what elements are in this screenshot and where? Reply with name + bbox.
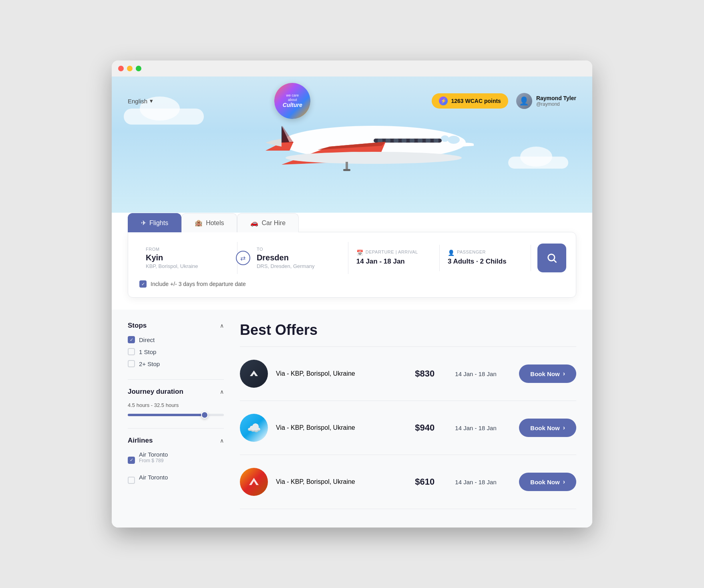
avatar: 👤 [516,93,532,109]
svg-point-2 [441,135,449,142]
duration-slider-thumb[interactable] [201,411,208,419]
language-selector[interactable]: English ▾ [128,97,153,105]
user-details: Raymond Tyler @raymond [536,95,576,107]
stops-filter-header[interactable]: Stops ∧ [128,322,224,330]
arrow-icon-2: › [563,424,565,431]
language-chevron-icon: ▾ [150,97,153,105]
date-field[interactable]: 📅 DEPARTURE | ARRIVAL 14 Jan - 18 Jan [348,245,440,271]
direct-option[interactable]: Direct [128,336,224,343]
to-field[interactable]: TO Dresden DRS, Dresden, Germany [249,242,348,274]
airline-2-info: Air Toronto [139,474,168,481]
duration-slider-fill [128,414,205,416]
desert-logo-3 [240,468,268,496]
passenger-field[interactable]: 👤 PASSENGER 3 Adults · 2 Childs [440,245,531,271]
result-divider-1 [240,401,576,401]
search-fields: FROM Kyin KBP, Borispol, Ukraine ⇄ TO Dr… [138,242,566,274]
stops-title: Stops [128,322,147,330]
minimize-dot[interactable] [127,66,133,71]
from-field[interactable]: FROM Kyin KBP, Borispol, Ukraine [138,242,237,274]
one-stop-checkbox[interactable] [128,348,135,355]
search-button[interactable] [537,244,566,272]
sky-logo-2: ☁️ [240,414,268,442]
calendar-icon: 📅 [356,250,363,256]
header-actions: ⚡ 1263 WCAC points 👤 Raymond Tyler @raym… [432,93,576,109]
date-range-checkbox[interactable]: ✓ [139,280,147,288]
search-section: ✈ Flights 🏨 Hotels 🚗 Car Hire FROM Kyin … [112,213,592,310]
svg-rect-15 [346,162,348,170]
duration-range: 4.5 hours - 32.5 hours [128,402,224,408]
title-bar [112,60,592,77]
book-button-1[interactable]: Book Now › [519,364,576,383]
logo-line3: Culture [283,102,302,109]
flight-logo-1 [240,360,268,388]
results-title: Best Offers [240,322,576,338]
car-hire-tab-label: Car Hire [261,219,286,227]
close-dot[interactable] [118,66,124,71]
tab-hotels[interactable]: 🏨 Hotels [181,213,237,232]
result-divider-3 [240,509,576,509]
airline-1-option[interactable]: Air Toronto From $ 789 [128,451,224,469]
maximize-dot[interactable] [136,66,141,71]
flights-icon: ✈ [141,219,146,227]
points-badge[interactable]: ⚡ 1263 WCAC points [432,93,508,109]
two-plus-stop-checkbox[interactable] [128,360,135,367]
two-plus-stop-option[interactable]: 2+ Stop [128,360,224,367]
airline-1-info: Air Toronto From $ 789 [139,451,168,463]
result-divider-top [240,346,576,347]
duration-chevron-icon: ∧ [220,389,224,395]
flight-via-text-3: Via - KBP, Borispol, Ukraine [276,478,355,485]
one-stop-option[interactable]: 1 Stop [128,348,224,355]
book-button-2[interactable]: Book Now › [519,419,576,437]
tab-car-hire[interactable]: 🚗 Car Hire [237,213,299,232]
tab-flights[interactable]: ✈ Flights [128,213,181,232]
flight-card-3: Via - KBP, Borispol, Ukraine $610 14 Jan… [240,461,576,502]
flights-tab-label: Flights [149,219,168,227]
airlines-filter: Airlines ∧ Air Toronto From $ 789 Air To… [128,437,224,486]
to-sub: DRS, Dresden, Germany [257,263,340,269]
book-button-3[interactable]: Book Now › [519,473,576,491]
stops-filter: Stops ∧ Direct 1 Stop 2+ Stop [128,322,224,367]
flight-dates-2: 14 Jan - 18 Jan [455,425,511,431]
checkbox-label: Include +/- 3 days from departure date [151,281,246,287]
site-logo[interactable]: we care about Culture [274,83,310,119]
flight-via-2: Via - KBP, Borispol, Ukraine [276,424,407,431]
direct-checkbox[interactable] [128,336,135,343]
filter-divider-1 [128,379,224,380]
svg-point-14 [286,152,462,164]
search-tabs: ✈ Flights 🏨 Hotels 🚗 Car Hire [128,213,576,232]
airline-2-checkbox[interactable] [128,477,135,484]
duration-filter-header[interactable]: Journey duration ∧ [128,388,224,396]
flight-card-2: ☁️ Via - KBP, Borispol, Ukraine $940 14 … [240,407,576,448]
flight-via-3: Via - KBP, Borispol, Ukraine [276,478,407,485]
svg-rect-8 [402,139,406,143]
flight-logo-3 [240,468,268,496]
flight-dates-3: 14 Jan - 18 Jan [455,479,511,485]
flight-dates-1: 14 Jan - 18 Jan [455,371,511,377]
flight-card-1: Via - KBP, Borispol, Ukraine $830 14 Jan… [240,353,576,394]
hotels-tab-label: Hotels [206,219,224,227]
airline-2-option[interactable]: Air Toronto [128,474,224,486]
flight-logo-2: ☁️ [240,414,268,442]
date-value: 14 Jan - 18 Jan [356,258,431,266]
swap-button[interactable]: ⇄ [236,251,250,265]
airline-1-checkbox[interactable] [128,457,135,464]
airline-1-price: From $ 789 [139,458,168,463]
book-label-3: Book Now [530,479,559,485]
filters-sidebar: Stops ∧ Direct 1 Stop 2+ Stop [128,322,224,516]
passenger-label: PASSENGER [457,250,486,254]
svg-rect-9 [394,139,398,143]
search-box: FROM Kyin KBP, Borispol, Ukraine ⇄ TO Dr… [128,232,576,298]
svg-line-18 [554,260,556,262]
flight-via-text-2: Via - KBP, Borispol, Ukraine [276,424,355,431]
user-profile[interactable]: 👤 Raymond Tyler @raymond [516,93,576,109]
duration-slider-track [128,414,224,416]
checkbox-row: ✓ Include +/- 3 days from departure date [138,280,566,288]
hotels-icon: 🏨 [195,219,203,227]
svg-rect-4 [434,139,438,143]
language-label: English [128,98,147,105]
passenger-value: 3 Adults · 2 Childs [448,258,523,266]
results-area: Best Offers Via - KBP, Borispol, Ukraine… [240,322,576,516]
airlines-filter-header[interactable]: Airlines ∧ [128,437,224,445]
airlines-chevron-icon: ∧ [220,437,224,444]
arrow-icon-1: › [563,370,565,377]
